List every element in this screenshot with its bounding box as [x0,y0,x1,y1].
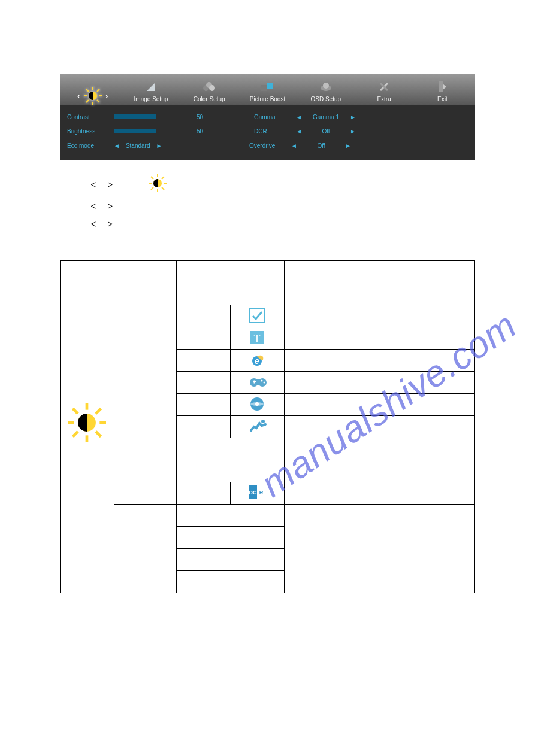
instr-text: 1. Press [60,181,90,190]
cell-desc: Text Mode [284,327,474,350]
group-cell: Luminance [61,261,114,593]
tab-label: Image Setup [134,96,168,102]
cell-desc: Enable dynamic contrast ratio [284,482,474,505]
exit-icon [438,81,446,92]
triangle-right-icon: ► [349,128,357,135]
less-than-icon: < [90,219,96,229]
svg-rect-19 [439,81,443,92]
svg-line-7 [97,89,99,92]
svg-line-35 [73,409,78,414]
svg-point-48 [264,382,265,384]
tab-label: Picture Boost [250,96,285,102]
svg-text:R: R [259,490,264,496]
extra-icon [379,81,389,92]
osd-screenshot: ‹ › Image Setup [60,74,475,160]
cell-opt: Weak [176,527,284,549]
cell-desc: Disable dynamic contrast ratio [284,460,474,482]
tab-label: Color Setup [194,96,225,102]
cell-range: 0-100 [176,261,284,283]
osd-label: DCR [254,128,290,135]
svg-rect-39 [250,308,264,323]
instr-text: 3. Press [60,220,90,229]
svg-line-8 [86,100,89,102]
svg-line-37 [96,409,101,414]
svg-point-47 [261,380,263,382]
osd-tab-image-setup: Image Setup [122,79,180,105]
svg-line-6 [97,100,99,102]
luminance-icon [149,174,167,198]
osd-label: Contrast [67,114,109,120]
group-label: Luminance [63,443,111,450]
overdrive-choice: Off [303,142,339,149]
svg-line-27 [162,187,164,190]
cell-overdrive-label: Overdrive [114,505,176,593]
cell-desc: Movie Mode [284,394,474,416]
page-number: 22 [0,624,535,633]
cell-gamma-options: Gamma1 / Gamma2 / Gamma3 [176,438,284,460]
cell-gamma-label: Gamma [114,438,176,460]
svg-point-16 [323,83,329,89]
triangle-right-icon: ► [349,114,357,120]
ecomode-choice: Standard [126,142,150,149]
instr-text: or [98,202,107,211]
cell-desc: Backlight Adjustment [284,283,474,305]
dcr-icon: DCR [249,485,265,502]
osd-tab-exit: Exit [413,79,471,105]
top-divider [60,42,475,42]
brightness-slider [114,129,156,133]
osd-label: Eco mode [67,142,109,149]
instr-text: (Luminance), and press MENU to enter. [171,181,309,190]
triangle-right-icon: ► [344,142,352,149]
svg-point-53 [250,402,264,406]
triangle-right-icon: ► [156,142,162,149]
cell-name: Brightness [114,283,176,305]
cell-name: Text [176,327,230,350]
less-than-icon: < [90,201,96,211]
cell-name: On [176,482,230,505]
svg-rect-13 [261,85,267,91]
svg-line-26 [151,177,153,179]
greater-than-icon: > [107,201,113,211]
instr-text: 4. Press AUTO to exit. [60,236,137,245]
cell-name: Off [176,460,284,482]
greater-than-icon: > [107,180,113,190]
text-mode-icon: T [249,329,265,346]
svg-rect-14 [267,83,273,89]
instr-text: to select [115,181,146,190]
svg-point-54 [261,420,265,423]
osd-tab-extra: Extra [355,79,413,105]
svg-text:DC: DC [249,490,257,496]
instr-text: to adjust. [115,220,147,229]
less-than-icon: < [90,180,96,190]
svg-marker-20 [443,84,446,90]
osd-tab-luminance-active: ‹ › [64,87,122,105]
svg-text:T: T [254,333,261,345]
internet-mode-icon: e [249,351,265,368]
cell-opt: Medium [176,549,284,571]
svg-marker-9 [147,83,155,91]
svg-line-38 [73,432,78,437]
greater-than-icon: > [107,219,113,229]
cell-desc: Adjust the response time. [284,505,474,593]
game-mode-icon [249,374,265,391]
instr-text: 2. Press [60,202,90,211]
tab-label: OSD Setup [310,96,341,102]
cell-name: Standard [176,305,230,327]
cell-opt: Strong [176,571,284,593]
chevron-right-icon: › [105,91,108,101]
tab-label: Exit [437,96,448,102]
cell-dcr-label: DCR [114,460,176,505]
triangle-left-icon: ◄ [295,114,303,120]
osd-label: Gamma [254,114,290,120]
svg-line-36 [96,432,101,437]
cell-name: Movie [176,394,230,416]
osd-label: Overdrive [249,142,285,149]
picture-boost-icon [261,83,273,91]
svg-line-29 [151,187,153,190]
triangle-left-icon: ◄ [114,142,120,149]
contrast-value: 50 [197,114,208,120]
svg-point-12 [209,85,215,91]
svg-text:e: e [255,356,259,366]
color-setup-icon [202,82,216,92]
svg-rect-50 [254,381,255,384]
